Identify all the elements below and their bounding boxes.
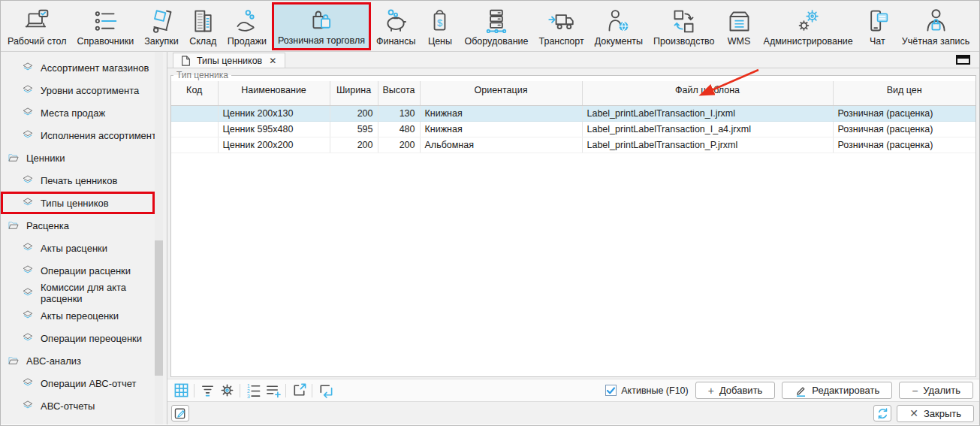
sidebar-item-assortment-executions[interactable]: Исполнения ассортимента	[1, 124, 167, 147]
refresh-button[interactable]	[873, 405, 891, 421]
add-to-list-button[interactable]	[263, 382, 282, 400]
cell-width: 200	[330, 105, 378, 121]
table-row-selected[interactable]: Ценник 200x130 200 130 Книжная Label_pri…	[171, 105, 975, 121]
tab-close-icon[interactable]: ✕	[268, 56, 277, 66]
checkbox-checked-icon[interactable]	[605, 385, 617, 396]
nav-item-label: Розничная торговля	[278, 35, 365, 46]
column-header-code[interactable]: Код	[171, 81, 218, 105]
active-checkbox-label: Активные (F10)	[621, 385, 688, 396]
nav-item-label: Учётная запись	[902, 36, 969, 47]
sidebar-scrollbar-thumb[interactable]	[155, 240, 163, 376]
reload-button[interactable]	[315, 382, 335, 400]
nav-item-transport[interactable]: Транспорт	[534, 2, 590, 50]
chat-phone-icon	[864, 8, 891, 35]
numbered-list-button[interactable]	[243, 382, 263, 400]
nav-item-administration[interactable]: Администрирование	[758, 2, 858, 50]
nav-item-equipment[interactable]: Оборудование	[459, 2, 533, 50]
sidebar-item-price-tag-types-annotated[interactable]: Типы ценников	[1, 192, 155, 214]
nav-item-truncated[interactable]: По	[975, 2, 979, 50]
cell-template-file: Label_printLabelTransaction_I_a4.jrxml	[582, 121, 833, 137]
nav-item-retail-selected[interactable]: Розничная торговля	[272, 2, 371, 50]
sidebar-item-pricing-act-commissions[interactable]: Комиссии для акта расценки	[1, 282, 167, 304]
nav-item-production[interactable]: Производство	[648, 2, 720, 50]
warehouse-building-icon	[189, 8, 217, 35]
column-header-orientation[interactable]: Ориентация	[420, 81, 582, 105]
nav-item-sales[interactable]: Продажи	[222, 2, 272, 50]
column-header-price-kind[interactable]: Вид цен	[833, 81, 975, 105]
wms-box-icon	[725, 8, 753, 35]
sidebar-item-assortment-levels[interactable]: Уровни ассортимента	[1, 79, 167, 101]
folder-icon	[7, 151, 20, 165]
sidebar-item-label: Ассортимент магазинов	[41, 62, 149, 74]
nav-item-documents[interactable]: Документы	[590, 2, 648, 50]
nav-item-wms[interactable]: WMS	[720, 2, 758, 50]
cell-name: Ценник 200x130	[218, 105, 330, 121]
compose-note-button[interactable]	[171, 405, 189, 421]
nav-item-purchases[interactable]: Закупки	[139, 2, 184, 50]
sidebar-folder-price-tags[interactable]: Ценники	[1, 147, 167, 169]
sidebar-item-pricing-acts[interactable]: Акты расценки	[1, 237, 167, 259]
sidebar-item-assortment-stores[interactable]: Ассортимент магазинов	[1, 56, 167, 79]
nav-item-account[interactable]: Учётная запись	[897, 2, 975, 50]
column-header-name[interactable]: Наименование	[218, 81, 330, 105]
table-header-row: Код Наименование Ширина Высота Ориентаци…	[171, 81, 975, 105]
close-button[interactable]: ✕ Закрыть	[897, 405, 974, 422]
refresh-icon	[876, 407, 889, 420]
status-bar: ✕ Закрыть	[167, 402, 979, 424]
sidebar-item-label: Операции расценки	[41, 265, 131, 276]
table-row[interactable]: Ценник 200x200 200 200 Альбомная Label_p…	[171, 137, 975, 153]
price-tag-type-groupbox: Тип ценника Код Наименование Ширина Высо…	[170, 70, 976, 377]
delete-button[interactable]: − Удалить	[899, 382, 973, 399]
sidebar-scrollbar[interactable]	[155, 52, 163, 424]
active-filter-checkbox-row[interactable]: Активные (F10)	[605, 385, 688, 396]
maximize-window-icon[interactable]	[956, 55, 970, 65]
sidebar-folder-pricing[interactable]: Расценка	[1, 214, 167, 237]
purchases-trolley-icon	[148, 8, 176, 35]
layers-icon	[21, 331, 35, 345]
sidebar-item-label: Типы ценников	[41, 198, 109, 209]
sidebar-item-revaluation-operations[interactable]: Операции переоценки	[1, 327, 167, 349]
edit-button[interactable]: Редактировать	[782, 382, 892, 399]
settings-gear-icon	[219, 382, 235, 398]
cell-height: 480	[378, 121, 420, 137]
filter-button[interactable]	[198, 382, 217, 400]
table-row[interactable]: Ценник 595x480 595 480 Книжная Label_pri…	[171, 121, 975, 137]
tab-price-tag-types[interactable]: Типы ценников ✕	[173, 53, 285, 68]
sidebar-item-revaluation-acts[interactable]: Акты переоценки	[1, 304, 167, 327]
close-x-icon: ✕	[909, 408, 918, 418]
nav-item-label: Рабочий стол	[8, 36, 66, 47]
nav-item-prices[interactable]: Цены	[421, 2, 459, 50]
layers-icon	[21, 128, 35, 142]
export-button[interactable]	[289, 382, 309, 400]
sidebar-item-abc-reports[interactable]: АВС-отчеты	[1, 394, 167, 417]
nav-item-label: Продажи	[228, 36, 267, 47]
layers-icon	[21, 399, 35, 412]
nav-item-desktop[interactable]: Рабочий стол	[2, 2, 71, 50]
table-settings-button[interactable]	[217, 382, 237, 400]
nav-item-finance[interactable]: Финансы	[371, 2, 421, 50]
sidebar-item-abc-report-operations[interactable]: Операции АВС-отчет	[1, 372, 167, 394]
nav-item-label: WMS	[728, 36, 751, 47]
app-window: Рабочий стол Справочники Закупки Склад П…	[0, 0, 980, 426]
sales-hand-coins-icon	[233, 8, 261, 35]
sidebar-item-label: Акты расценки	[41, 243, 107, 254]
sidebar-item-label: АВС-анализ	[26, 355, 81, 367]
column-header-template-file[interactable]: Файл шаблона	[582, 81, 833, 105]
folder-icon	[7, 354, 20, 367]
layers-icon	[21, 106, 35, 119]
sidebar-item-label: АВС-отчеты	[41, 400, 95, 412]
sidebar-item-sales-places[interactable]: Места продаж	[1, 101, 167, 124]
table-grid-view-button[interactable]	[171, 382, 191, 400]
nav-item-chat[interactable]: Чат	[858, 2, 897, 50]
tab-bar: Типы ценников ✕	[167, 52, 979, 68]
sidebar-item-print-price-tags[interactable]: Печать ценников	[1, 169, 167, 192]
nav-item-directories[interactable]: Справочники	[71, 2, 139, 50]
equipment-server-icon	[482, 8, 510, 35]
add-button[interactable]: + Добавить	[695, 382, 776, 399]
column-header-height[interactable]: Высота	[378, 81, 420, 105]
sidebar-folder-abc-analysis[interactable]: АВС-анализ	[1, 349, 167, 372]
nav-item-warehouse[interactable]: Склад	[184, 2, 222, 50]
column-header-width[interactable]: Ширина	[330, 81, 378, 105]
sidebar-item-pricing-operations[interactable]: Операции расценки	[1, 259, 167, 282]
minus-icon: −	[912, 385, 918, 396]
